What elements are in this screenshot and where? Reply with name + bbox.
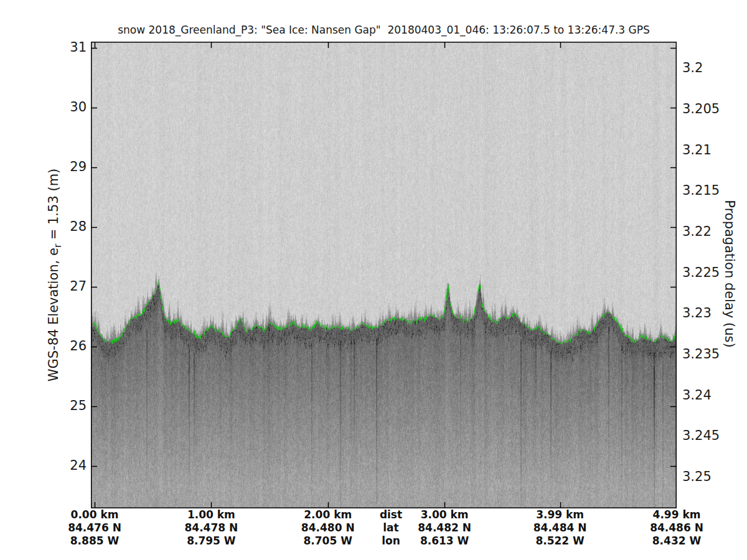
plot-title: snow 2018_Greenland_P3: "Sea Ice: Nansen… — [91, 23, 677, 37]
delay-tick-label: 3.21 — [682, 142, 712, 157]
delay-tick-label: 3.245 — [682, 428, 720, 443]
elevation-tick-label: 30 — [0, 100, 87, 114]
x-tick-label-column: 0.00 km 84.476 N 8.885 W — [68, 508, 121, 548]
elevation-tick-label: 29 — [0, 159, 87, 174]
delay-tick-label: 3.205 — [682, 101, 720, 116]
elevation-tick-label: 24 — [0, 458, 87, 473]
delay-tick-label: 3.225 — [682, 265, 720, 280]
delay-tick-label: 3.23 — [682, 306, 712, 320]
right-axis-label: Propagation delay (us) — [722, 200, 737, 347]
elevation-tick-label: 26 — [0, 338, 87, 353]
x-tick-label-column: 3.99 km 84.484 N 8.522 W — [533, 508, 587, 548]
delay-tick-label: 3.2 — [682, 60, 703, 75]
left-axis-label-subscript: r — [52, 244, 63, 248]
delay-tick-label: 3.24 — [682, 388, 712, 403]
delay-tick-label: 3.215 — [682, 183, 720, 198]
echogram-image — [91, 42, 677, 508]
x-tick-label-column: 1.00 km 84.478 N 8.795 W — [184, 508, 238, 548]
x-tick-label-column: 2.00 km 84.480 N 8.705 W — [301, 508, 355, 548]
plot-frame — [91, 42, 677, 508]
elevation-tick-label: 31 — [0, 40, 87, 55]
left-axis-label-text: WGS-84 Elevation, e — [46, 248, 61, 381]
elevation-tick-label: 28 — [0, 219, 87, 234]
x-axis-header: dist lat lon — [380, 508, 402, 548]
x-tick-label-column: 3.00 km 84.482 N 8.613 W — [418, 508, 471, 548]
elevation-tick-label: 25 — [0, 398, 87, 413]
delay-tick-label: 3.25 — [682, 469, 712, 484]
matlab-figure: snow 2018_Greenland_P3: "Sea Ice: Nansen… — [0, 0, 747, 560]
delay-tick-label: 3.235 — [682, 347, 720, 362]
x-tick-label-column: 4.99 km 84.486 N 8.432 W — [650, 508, 703, 548]
delay-tick-label: 3.22 — [682, 224, 712, 239]
elevation-tick-label: 27 — [0, 279, 87, 294]
